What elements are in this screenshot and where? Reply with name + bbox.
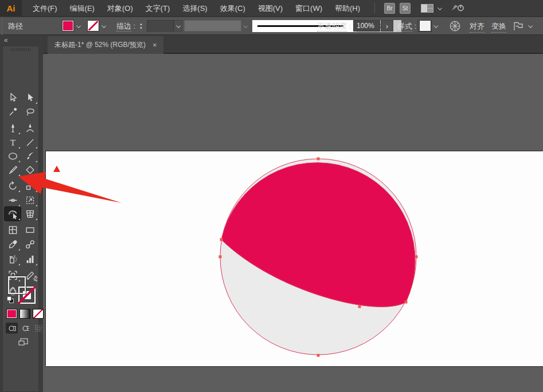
line-segment-tool[interactable]: [22, 135, 38, 149]
tools-panel: T ⇄: [2, 46, 39, 392]
type-tool[interactable]: T: [5, 135, 21, 149]
fill-color-swatch[interactable]: [62, 20, 74, 32]
mesh-tool[interactable]: [5, 223, 21, 237]
width-tool[interactable]: [5, 193, 21, 207]
collapse-panel-button[interactable]: «: [4, 36, 7, 44]
control-bar: 路径 描边 : ▲▼ 基本 不透明度 : 100% › 样式 :: [0, 17, 543, 35]
tools-panel-grip[interactable]: [11, 48, 30, 51]
menu-item-6[interactable]: 视图(V): [252, 0, 289, 17]
tools-dock: « T ⇄: [0, 36, 43, 392]
menu-item-0[interactable]: 文件(F): [26, 0, 64, 17]
svg-text:T: T: [10, 137, 15, 147]
menu-item-5[interactable]: 效果(C): [214, 0, 252, 17]
document-tab-bar: 未标题-1* @ 52% (RGB/预览) ×: [43, 36, 543, 54]
document-tab[interactable]: 未标题-1* @ 52% (RGB/预览) ×: [48, 36, 163, 54]
opacity-input[interactable]: 100%: [353, 20, 380, 32]
magic-wand-tool[interactable]: [5, 105, 21, 119]
free-transform-tool[interactable]: [22, 193, 38, 207]
bridge-badge-button[interactable]: Br: [384, 3, 395, 14]
artboard[interactable]: [46, 151, 543, 366]
paintbrush-tool[interactable]: [22, 149, 38, 163]
screen-mode-button[interactable]: [17, 337, 30, 347]
brush-chevron-down-icon: [243, 23, 248, 28]
style-label[interactable]: 样式 :: [397, 17, 416, 35]
control-bar-grip[interactable]: [0, 17, 4, 35]
menu-bar: Ai 文件(F)编辑(E)对象(O)文字(T)选择(S)效果(C)视图(V)窗口…: [0, 0, 543, 17]
gradient-tool[interactable]: [22, 223, 38, 237]
select-similar-icon[interactable]: [512, 21, 525, 33]
eyedropper-tool[interactable]: [5, 237, 21, 251]
fill-chevron-down-icon[interactable]: [76, 23, 81, 28]
selection-tool[interactable]: [5, 91, 21, 104]
fill-proxy-swatch[interactable]: [8, 276, 26, 294]
menu-list: 文件(F)编辑(E)对象(O)文字(T)选择(S)效果(C)视图(V)窗口(W)…: [26, 0, 366, 17]
style-chevron-down-icon[interactable]: [433, 23, 438, 28]
workspace-switcher-icon[interactable]: [421, 4, 433, 13]
brush-definition-dropdown: [184, 20, 241, 32]
menubar-separator: [374, 3, 375, 13]
workspace-chevron-down-icon[interactable]: [437, 6, 442, 10]
draw-inside-button: [32, 323, 44, 334]
lasso-tool[interactable]: [22, 105, 38, 119]
stroke-weight-input[interactable]: [147, 20, 174, 32]
direct-selection-tool[interactable]: [22, 91, 38, 104]
tab-close-icon[interactable]: ×: [153, 41, 157, 49]
transform-button[interactable]: 变换: [491, 21, 506, 33]
style-swatch[interactable]: [419, 20, 431, 32]
column-graph-tool[interactable]: [22, 252, 38, 266]
default-fill-stroke-icon[interactable]: [7, 296, 14, 304]
menu-item-4[interactable]: 选择(S): [176, 0, 213, 17]
app-logo: Ai: [0, 0, 22, 17]
shape-builder-tool[interactable]: [5, 207, 21, 221]
color-mode-button[interactable]: [6, 309, 17, 319]
menu-item-2[interactable]: 对象(O): [101, 0, 139, 17]
ellipse-tool[interactable]: [5, 149, 21, 163]
symbol-sprayer-tool[interactable]: [5, 252, 21, 266]
stroke-chevron-down-icon[interactable]: [101, 23, 106, 28]
fill-stroke-proxy: ⇄: [3, 276, 46, 356]
select-similar-chevron-down-icon[interactable]: [528, 23, 533, 28]
none-mode-button[interactable]: [33, 309, 44, 319]
stock-badge-button[interactable]: St: [400, 3, 411, 14]
sync-power-icon[interactable]: [451, 2, 466, 15]
draw-normal-button[interactable]: [6, 323, 18, 334]
opacity-arrow-button[interactable]: ›: [381, 20, 393, 32]
menu-item-7[interactable]: 窗口(W): [289, 0, 329, 17]
menu-item-3[interactable]: 文字(T): [139, 0, 177, 17]
menu-item-1[interactable]: 编辑(E): [64, 0, 101, 17]
blend-tool[interactable]: [22, 237, 38, 251]
pen-tool[interactable]: [5, 121, 21, 135]
perspective-grid-tool[interactable]: [22, 207, 38, 221]
draw-behind-button[interactable]: [19, 323, 31, 334]
align-button[interactable]: 对齐: [470, 21, 485, 33]
eraser-tool[interactable]: [22, 163, 38, 177]
shaper-tool[interactable]: [5, 163, 21, 177]
swap-fill-stroke-icon[interactable]: ⇄: [31, 274, 40, 283]
illustrator-window: Ai 文件(F)编辑(E)对象(O)文字(T)选择(S)效果(C)视图(V)窗口…: [0, 0, 543, 392]
selection-context-label: 路径: [8, 17, 23, 35]
stroke-color-swatch[interactable]: [87, 20, 99, 32]
curvature-tool[interactable]: [22, 121, 38, 135]
gradient-mode-button[interactable]: [19, 309, 30, 319]
rotate-tool[interactable]: [5, 179, 21, 193]
document-tab-title: 未标题-1* @ 52% (RGB/预览): [54, 40, 146, 50]
opacity-label[interactable]: 不透明度 :: [317, 17, 351, 35]
stroke-weight-label[interactable]: 描边 :: [116, 17, 135, 35]
menu-item-8[interactable]: 帮助(H): [329, 0, 366, 17]
stroke-weight-dropdown-button[interactable]: [174, 20, 182, 32]
stroke-weight-stepper[interactable]: ▲▼: [139, 20, 143, 32]
recolor-artwork-icon[interactable]: [449, 20, 461, 34]
scale-tool[interactable]: [22, 179, 38, 193]
